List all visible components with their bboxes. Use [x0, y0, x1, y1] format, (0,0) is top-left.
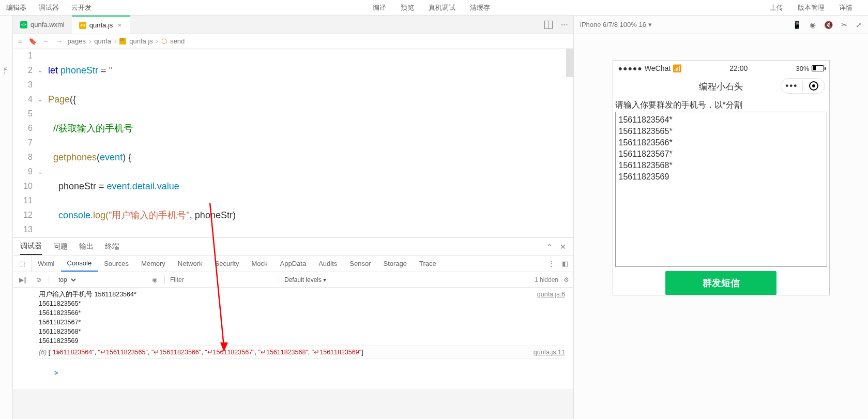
simulator-toolbar: iPhone 6/7/8 100% 16 ▾ 📱 ◉ 🔇 ✂ ⤢ — [574, 16, 868, 34]
line-gutter: 12345678910111213 — [13, 49, 38, 237]
bulk-send-button[interactable]: 群发短信 — [665, 271, 776, 295]
devtab-security[interactable]: Security — [209, 256, 246, 272]
eye-icon[interactable]: ◉ — [150, 276, 159, 283]
top-left-group: 编辑器 调试器 云开发 — [0, 0, 98, 15]
editor-tabs: <> qunfa.wxml JS qunfa.js × ··· — [13, 16, 573, 34]
devtools-kebab-icon[interactable]: ⋮ — [548, 260, 555, 267]
gear-icon[interactable]: ⚙ — [564, 276, 569, 283]
expand-icon[interactable]: ⤢ — [856, 21, 862, 29]
devtab-sensor[interactable]: Sensor — [343, 256, 377, 272]
devtab-memory[interactable]: Memory — [135, 256, 172, 272]
left-sidebar[interactable]: s... — [0, 16, 13, 419]
chevron-up-icon[interactable]: ⌃ — [546, 243, 553, 251]
cut-icon[interactable]: ✂ — [841, 21, 847, 29]
console-log-line: 用户输入的手机号 15611823564* — [39, 290, 565, 299]
log-source-link[interactable]: qunfa.js:11 — [534, 348, 565, 357]
top-toolbar: 编辑器 调试器 云开发 编译 预览 真机调试 清缓存 上传 版本管理 详情 — [0, 0, 868, 16]
action-clear-cache[interactable]: 清缓存 — [465, 0, 495, 16]
menu-cloud-dev[interactable]: 云开发 — [65, 0, 98, 16]
split-editor-icon[interactable] — [544, 21, 553, 29]
code-content[interactable]: let phoneStr = '' Page({ //获取输入的手机号 getp… — [48, 49, 573, 237]
devtab-appdata[interactable]: AppData — [274, 256, 313, 272]
devtab-wxml[interactable]: Wxml — [32, 256, 61, 272]
more-actions-icon[interactable]: ··· — [561, 21, 568, 28]
tab-debugger[interactable]: 调试器 — [20, 238, 42, 255]
devtab-network[interactable]: Network — [172, 256, 209, 272]
status-time: 22:00 — [681, 64, 796, 72]
mute-icon[interactable]: 🔇 — [824, 21, 833, 29]
breadcrumb-symbol[interactable]: send — [170, 37, 185, 45]
console-array-line[interactable]: ▶ qunfa.js:11 (6) ["15611823564", "↵1561… — [39, 346, 565, 359]
console-log-line: 15611823568* — [39, 327, 565, 336]
nav-capsule: ••• — [781, 78, 825, 94]
bookmark-icon[interactable]: 🔖 — [28, 37, 37, 45]
simulator-body: ●●●●● WeChat 📶 22:00 30% 编程小石头 — [574, 34, 868, 419]
tab-label: qunfa.wxml — [31, 21, 65, 28]
breadcrumb-qunfa[interactable]: qunfa — [94, 37, 111, 45]
inspect-element-icon[interactable]: ⬚ — [13, 256, 32, 272]
tabs-right-actions: ··· — [544, 21, 573, 29]
nav-forward-icon[interactable]: → — [56, 37, 63, 45]
devtools-dock-icon[interactable]: ◧ — [562, 260, 568, 267]
app-root: 编辑器 调试器 云开发 编译 预览 真机调试 清缓存 上传 版本管理 详情 s.… — [0, 0, 868, 419]
log-source-link[interactable]: qunfa.js:6 — [537, 290, 565, 299]
tab-qunfa-wxml[interactable]: <> qunfa.wxml — [13, 16, 72, 34]
devtools-tabs: ⬚ Wxml Console Sources Memory Network Se… — [13, 256, 573, 272]
tab-problems[interactable]: 问题 — [53, 238, 68, 255]
device-select[interactable]: iPhone 6/7/8 100% 16 ▾ — [580, 21, 652, 28]
context-select[interactable]: top — [54, 275, 78, 285]
breadcrumb-separator: › — [89, 37, 91, 45]
menu-debugger[interactable]: 调试器 — [33, 0, 65, 16]
close-icon[interactable]: ✕ — [560, 243, 566, 251]
action-preview[interactable]: 预览 — [395, 0, 419, 16]
expand-triangle-icon[interactable]: ▶ — [57, 348, 61, 357]
device-frame-icon[interactable]: 📱 — [793, 21, 801, 29]
action-version[interactable]: 版本管理 — [793, 0, 830, 16]
devtab-trace[interactable]: Trace — [413, 256, 443, 272]
wxml-file-icon: <> — [20, 21, 27, 28]
tab-output[interactable]: 输出 — [79, 238, 94, 255]
top-center-group: 编译 预览 真机调试 清缓存 — [98, 0, 765, 15]
log-levels-select[interactable]: Default levels ▾ — [284, 276, 326, 283]
breadcrumb-file[interactable]: qunfa.js — [129, 37, 153, 45]
menu-editor[interactable]: 编辑器 — [0, 0, 33, 16]
breadcrumb-pages[interactable]: pages — [68, 37, 86, 45]
console-body[interactable]: qunfa.js:6 用户输入的手机号 15611823564* 1561182… — [13, 288, 573, 389]
hidden-count: 1 hidden — [535, 276, 558, 283]
devtab-mock[interactable]: Mock — [246, 256, 274, 272]
phone-frame: ●●●●● WeChat 📶 22:00 30% 编程小石头 — [613, 60, 830, 295]
page-instruction-label: 请输入你要群发的手机号，以*分割 — [613, 97, 829, 112]
tab-terminal[interactable]: 终端 — [105, 238, 119, 255]
capsule-close-button[interactable] — [803, 81, 825, 91]
clear-console-icon[interactable]: ⊘ — [34, 276, 43, 283]
devtab-sources[interactable]: Sources — [98, 256, 135, 272]
nav-back-icon[interactable]: ← — [43, 37, 50, 45]
wifi-icon: 📶 — [673, 64, 681, 72]
action-compile[interactable]: 编译 — [368, 0, 391, 16]
phone-textarea[interactable]: 15611823564* 15611823565* 15611823566* 1… — [615, 112, 827, 267]
signal-icon: ●●●●● — [618, 64, 643, 72]
action-details[interactable]: 详情 — [834, 0, 858, 16]
capsule-menu-button[interactable]: ••• — [781, 81, 803, 91]
devtab-audits[interactable]: Audits — [312, 256, 343, 272]
debug-panel: 调试器 问题 输出 终端 ⌃ ✕ ⬚ Wxml Console Sources … — [13, 237, 573, 389]
code-editor[interactable]: 12345678910111213 ⌄⌄⌄ let phoneStr = '' … — [13, 49, 573, 237]
carrier-label: WeChat — [645, 64, 671, 72]
console-log-line: 15611823565* — [39, 299, 565, 308]
tab-qunfa-js[interactable]: JS qunfa.js × — [72, 16, 131, 34]
devtab-storage[interactable]: Storage — [377, 256, 414, 272]
editor-column: <> qunfa.wxml JS qunfa.js × ··· ≡ 🔖 ← — [13, 16, 573, 419]
status-bar: ●●●●● WeChat 📶 22:00 30% — [613, 61, 829, 76]
list-icon[interactable]: ≡ — [18, 37, 22, 45]
console-toolbar: ▶∥ ⊘ top ◉ Default levels ▾ 1 hidden ⚙ — [13, 272, 573, 288]
console-sidebar-icon[interactable]: ▶∥ — [17, 276, 29, 283]
close-icon[interactable]: × — [116, 22, 123, 29]
minimap-scrollbar[interactable] — [566, 49, 573, 237]
record-icon[interactable]: ◉ — [810, 21, 816, 29]
filter-input[interactable] — [170, 276, 273, 283]
breadcrumb-separator: › — [156, 37, 158, 45]
action-upload[interactable]: 上传 — [765, 0, 788, 16]
devtab-console[interactable]: Console — [61, 256, 98, 272]
action-remote-debug[interactable]: 真机调试 — [423, 0, 461, 16]
battery-percent: 30% — [796, 65, 809, 72]
